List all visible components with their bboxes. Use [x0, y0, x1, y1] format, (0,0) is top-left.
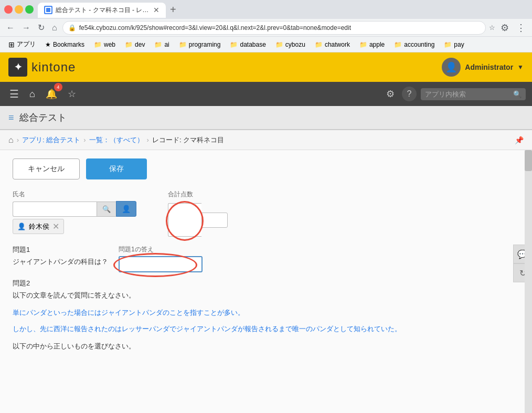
tab-title: 総合テスト - クマ科ネコ目 - レコード0	[56, 6, 150, 15]
kintone-logo: ✦ kintone	[8, 58, 76, 77]
logo-text: kintone	[31, 60, 76, 75]
hamburger-menu-button[interactable]: ☰	[6, 84, 22, 103]
bookmark-accounting[interactable]: 📁 accounting	[390, 39, 439, 50]
bookmark-programing[interactable]: 📁 programing	[175, 39, 225, 50]
scrollbar[interactable]	[525, 150, 532, 413]
user-search-text-input[interactable]	[13, 202, 97, 217]
bookmark-chatwork-label: chatwork	[325, 41, 350, 48]
folder-accounting-icon: 📁	[394, 41, 402, 48]
bookmark-bookmarks[interactable]: ★ Bookmarks	[41, 39, 89, 50]
bookmark-database[interactable]: 📁 database	[226, 39, 270, 50]
folder-pay-icon: 📁	[444, 41, 452, 48]
score-circle-input[interactable]	[168, 203, 201, 237]
breadcrumb-home-icon[interactable]: ⌂	[8, 135, 14, 145]
q1-answer-area: 問題1の答え クマ科ネコ目	[119, 245, 203, 272]
folder-ai-icon: 📁	[154, 41, 162, 48]
active-tab[interactable]: 総合テスト - クマ科ネコ目 - レコード0 ✕	[38, 3, 166, 18]
logo-icon: ✦	[8, 58, 27, 77]
tab-favicon	[44, 6, 52, 14]
cancel-button[interactable]: キャンセル	[13, 158, 80, 179]
notification-area[interactable]: 🔔 4	[42, 85, 60, 103]
minimize-button[interactable]	[15, 5, 23, 14]
score-label: 合計点数	[168, 190, 228, 199]
close-button[interactable]	[4, 5, 13, 14]
bookmark-cybozu-label: cybozu	[285, 41, 305, 48]
extensions-button[interactable]: ⚙	[498, 20, 511, 36]
tab-bar: 総合テスト - クマ科ネコ目 - レコード0 ✕ +	[38, 2, 528, 18]
folder-dev-icon: 📁	[125, 41, 133, 48]
back-button[interactable]: ←	[4, 21, 17, 35]
breadcrumb-app-link[interactable]: アプリ: 総合テスト	[22, 135, 80, 145]
folder-database-icon: 📁	[230, 41, 238, 48]
home-button[interactable]: ⌂	[26, 86, 38, 103]
q1-answer-input[interactable]: クマ科ネコ目	[119, 256, 203, 272]
bookmark-pay[interactable]: 📁 pay	[440, 39, 468, 50]
breadcrumb-sep1: ›	[17, 136, 19, 144]
bookmark-apps[interactable]: ⊞ アプリ	[4, 38, 40, 50]
bookmark-chatwork[interactable]: 📁 chatwork	[311, 39, 354, 50]
q1-text: ジャイアントパンダの科目は？	[13, 257, 108, 268]
score-input-row: 45	[168, 203, 228, 237]
name-field: 氏名 🔍 👤 👤 鈴木侯 ✕	[13, 190, 136, 234]
notification-badge: 4	[54, 83, 62, 91]
q2-section: 問題2 以下の文章を読んで質問に答えなさい。 単にパンダといった場合にはジャイア…	[13, 279, 519, 351]
user-dropdown-arrow[interactable]: ▼	[517, 63, 524, 71]
q2-label: 問題2	[13, 279, 519, 288]
breadcrumb-sep2: ›	[83, 136, 86, 144]
q1-question: 問題1 ジャイアントパンダの科目は？	[13, 245, 108, 268]
q2-reading: 単にパンダといった場合にはジャイアントパンダのことを指すことが多い。 しかし、先…	[13, 306, 519, 335]
list-icon: ≡	[8, 112, 14, 123]
breadcrumb-list-link[interactable]: 一覧：（すべて）	[89, 135, 144, 145]
address-bar[interactable]: 🔒 fe54k.cybozu.com/k/925/show#record=3&l…	[62, 21, 486, 35]
bookmark-pay-label: pay	[454, 41, 464, 48]
new-tab-button[interactable]: +	[166, 2, 180, 18]
maximize-button[interactable]	[25, 5, 34, 14]
save-button[interactable]: 保存	[86, 158, 147, 179]
app-title: 総合テスト	[19, 111, 67, 124]
user-area[interactable]: 👤 Administrator ▼	[442, 58, 524, 77]
q2-intro: 以下の文章を読んで質問に答えなさい。	[13, 290, 519, 301]
favorites-button[interactable]: ☆	[65, 85, 79, 103]
menu-button[interactable]: ⋮	[514, 20, 528, 36]
settings-button[interactable]: ⚙	[383, 85, 398, 103]
pin-icon[interactable]: 📌	[515, 136, 524, 144]
bookmark-ai[interactable]: 📁 ai	[150, 39, 173, 50]
forward-button[interactable]: →	[20, 21, 33, 35]
bookmark-star-button[interactable]: ☆	[489, 24, 495, 31]
url-text: fe54k.cybozu.com/k/925/show#record=3&l.v…	[79, 24, 480, 31]
bookmark-apple[interactable]: 📁 apple	[355, 39, 389, 50]
bookmark-apple-label: apple	[369, 41, 385, 48]
score-input-wrapper: 45	[168, 203, 228, 237]
user-search-button[interactable]: 🔍	[97, 202, 116, 217]
search-input[interactable]	[425, 90, 509, 98]
user-avatar: 👤	[442, 58, 461, 77]
bookmark-ai-label: ai	[164, 41, 169, 48]
bookmark-accounting-label: accounting	[404, 41, 434, 48]
address-bar-row: ← → ↻ ⌂ 🔒 fe54k.cybozu.com/k/925/show#re…	[0, 19, 532, 37]
kintone-header: ✦ kintone 👤 Administrator ▼	[0, 52, 532, 82]
folder-apple-icon: 📁	[359, 41, 367, 48]
q1-label: 問題1	[13, 245, 108, 255]
bookmark-bookmarks-label: Bookmarks	[53, 41, 84, 48]
breadcrumb-current: レコード: クマ科ネコ目	[152, 135, 224, 145]
score-number-input[interactable]: 45	[201, 213, 228, 228]
search-icon: 🔍	[513, 90, 522, 98]
bookmark-dev[interactable]: 📁 dev	[121, 39, 149, 50]
apps-icon: ⊞	[8, 40, 15, 49]
user-select-button[interactable]: 👤	[116, 201, 136, 217]
folder-chatwork-icon: 📁	[315, 41, 323, 48]
help-button[interactable]: ?	[402, 87, 417, 101]
bookmark-web[interactable]: 📁 web	[90, 39, 120, 50]
name-input-row: 🔍 👤	[13, 201, 136, 217]
home-nav-button[interactable]: ⌂	[50, 21, 59, 35]
search-box[interactable]: 🔍	[421, 88, 526, 100]
scrollbar-thumb[interactable]	[525, 150, 532, 171]
reload-button[interactable]: ↻	[36, 20, 47, 35]
bookmark-cybozu[interactable]: 📁 cybozu	[271, 39, 310, 50]
tab-close-button[interactable]: ✕	[153, 6, 159, 14]
form-area: キャンセル 保存 氏名 🔍 👤 👤 鈴木侯 ✕	[0, 150, 532, 413]
bookmark-programing-label: programing	[189, 41, 221, 48]
user-tag-remove-button[interactable]: ✕	[52, 221, 59, 231]
q2-text2: しかし、先に西洋に報告されたのはレッサーパンダでジャイアントパンダが報告されるま…	[13, 323, 519, 335]
q1-answer-wrapper: クマ科ネコ目	[119, 256, 203, 272]
